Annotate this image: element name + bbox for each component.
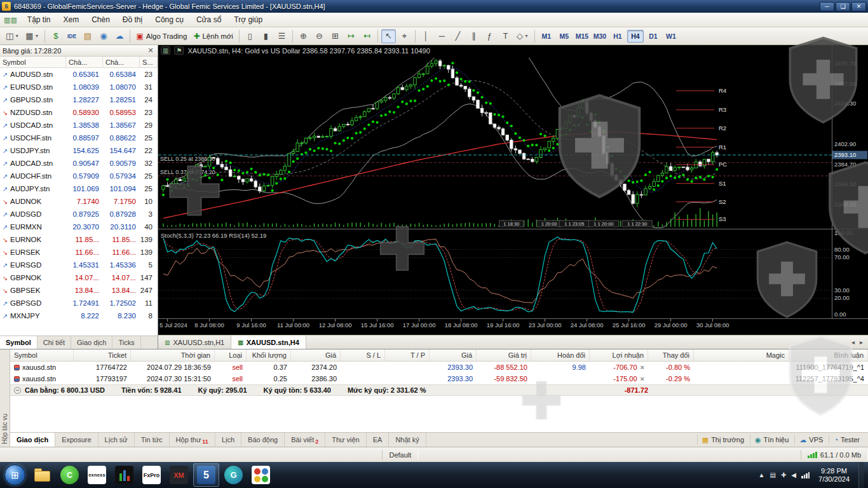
new-chart-icon[interactable]: ▦▼ xyxy=(23,29,41,43)
market-watch-row[interactable]: ↗GBPUSD.stn1.282271.2825124 xyxy=(0,93,158,106)
positions-column-15[interactable]: Bình luận xyxy=(789,349,868,361)
position-row[interactable]: xauusd.stn177647222024.07.29 18:36:59sel… xyxy=(10,362,868,373)
positions-column-10[interactable]: Giá trị xyxy=(477,349,531,361)
deposit-icon[interactable]: $ xyxy=(48,29,63,43)
positions-column-7[interactable]: S / L xyxy=(341,349,385,361)
show-desktop-button[interactable] xyxy=(858,462,864,488)
positions-column-2[interactable]: Ticket xyxy=(74,349,131,361)
positions-column-4[interactable]: Loại xyxy=(215,349,247,361)
chart-type-icon[interactable]: ◫▼ xyxy=(3,29,22,43)
toolbox-tab-tin-t-c[interactable]: Tin tức xyxy=(135,433,170,447)
chart-tab-xauusd-stn-h1[interactable]: ▥XAUUSD.stn,H1 xyxy=(158,336,231,349)
positions-column-12[interactable]: Lợi nhuận xyxy=(590,349,648,361)
positions-column-3[interactable]: Thời gian xyxy=(131,349,215,361)
collapse-icon[interactable]: − xyxy=(14,387,21,394)
market-watch-row[interactable]: ↗AUDJPY.stn101.069101.09425 xyxy=(0,182,158,195)
minimize-button[interactable]: ─ xyxy=(820,2,834,11)
taskbar-clock[interactable]: 9:28 PM 7/30/2024 xyxy=(815,467,853,484)
tray-hidden-icons[interactable]: ▲ xyxy=(759,471,765,478)
toolbox-tab-l-ch[interactable]: Lịch xyxy=(215,433,241,447)
toolbox-tab-ea[interactable]: EA xyxy=(367,433,390,447)
positions-column-1[interactable]: Symbol xyxy=(10,349,74,361)
positions-column-5[interactable]: Khối lượng xyxy=(247,349,291,361)
positions-column-8[interactable]: T / P xyxy=(385,349,430,361)
positions-column-9[interactable]: Giá xyxy=(430,349,477,361)
fibonacci-icon[interactable]: ƒ xyxy=(482,29,497,43)
menu-item-1[interactable]: Tập tin xyxy=(21,13,57,26)
toolbox-tab-th-vi-n[interactable]: Thư viện xyxy=(325,433,366,447)
timeframe-m30-button[interactable]: M30 xyxy=(592,30,608,43)
close-button[interactable]: ✕ xyxy=(851,2,866,11)
taskbar-mt5-button[interactable]: 5 xyxy=(193,463,219,487)
channel-icon[interactable]: ∥ xyxy=(466,29,481,43)
toolbox-button-t-n-hi-u[interactable]: ◉Tín hiệu xyxy=(750,435,793,445)
chart-tab-xauusd-stn-h4[interactable]: ▥XAUUSD.stn,H4 xyxy=(231,336,306,349)
market-watch-row[interactable]: ↗EURSGD1.453311.453365 xyxy=(0,259,158,271)
toolbox-tab-exposure[interactable]: Exposure xyxy=(55,433,98,447)
market-watch-row[interactable]: ↘AUDNOK7.17407.175010 xyxy=(0,195,158,208)
taskbar-fxpro-button[interactable]: FxPro xyxy=(139,463,165,487)
metaeditor-icon[interactable]: IDE xyxy=(64,29,79,43)
close-position-button[interactable]: × xyxy=(641,375,644,383)
taskbar-icmarkets-button[interactable] xyxy=(111,463,137,487)
network-icon[interactable] xyxy=(801,472,810,478)
positions-column-14[interactable]: Magic xyxy=(694,349,789,361)
positions-column-13[interactable]: Thay đổi xyxy=(648,349,694,361)
signals-service-icon[interactable]: ◉ xyxy=(96,29,111,43)
taskbar-xm-button[interactable]: XM xyxy=(166,463,192,487)
menu-item-2[interactable]: Xem xyxy=(57,13,85,26)
taskbar-coccoc-button[interactable]: C xyxy=(57,463,83,487)
zoom-in-icon[interactable]: ⊕ xyxy=(296,29,311,43)
close-position-button[interactable]: × xyxy=(641,363,644,371)
market-watch-row[interactable]: ↗USDCAD.stn1.385381.3856729 xyxy=(0,119,158,132)
tile-windows-icon[interactable]: ⊞ xyxy=(328,29,342,43)
market-watch-tab-chi-tiết[interactable]: Chi tiết xyxy=(37,336,71,349)
start-button[interactable]: ⊞ xyxy=(4,464,25,485)
toolbox-button-th-tr-ng[interactable]: ▦Thị trường xyxy=(697,435,749,445)
positions-column-6[interactable]: Giá xyxy=(291,349,341,361)
vertical-line-icon[interactable]: │ xyxy=(419,29,433,43)
tray-app-icon[interactable]: ▤ xyxy=(770,471,776,478)
menu-item-7[interactable]: Trợ giúp xyxy=(227,13,269,26)
market-watch-column-2[interactable]: Chà... xyxy=(103,57,140,67)
mobile-trading-icon[interactable]: ▮ xyxy=(259,29,273,43)
text-label-icon[interactable]: T xyxy=(498,29,513,43)
tray-volume-icon[interactable]: ◀ xyxy=(791,471,796,478)
scroll-left-icon[interactable]: ◂ xyxy=(850,339,857,346)
market-watch-row[interactable]: ↗GBPSGD1.724911.7250211 xyxy=(0,297,158,309)
timeframe-m1-button[interactable]: M1 xyxy=(538,30,555,43)
market-watch-row[interactable]: ↘EURNOK11.85...11.85...139 xyxy=(0,233,158,246)
menu-item-6[interactable]: Cửa sổ xyxy=(190,13,227,26)
toolbox-tab-b-i-vi-t[interactable]: Bài viết2 xyxy=(285,433,325,447)
market-watch-row[interactable]: ↘NZDUSD.stn0.589300.5895323 xyxy=(0,106,158,119)
vps-cloud-icon[interactable]: ☁ xyxy=(112,29,126,43)
market-watch-row[interactable]: ↗AUDUSD.stn0.653610.6538423 xyxy=(0,68,158,81)
toolbox-tab-h-p-th-[interactable]: Hộp thư11 xyxy=(170,433,215,447)
market-watch-tab-giao-dịch[interactable]: Giao dịch xyxy=(71,336,112,349)
algo-trading-button[interactable]: ▣Algo Trading xyxy=(133,29,189,43)
market-watch-row[interactable]: ↗AUDCHF.stn0.579090.5793425 xyxy=(0,170,158,182)
market-watch-row[interactable]: ↘EURSEK11.66...11.66...139 xyxy=(0,246,158,259)
toolbox-side-rail[interactable]: Hộp tác vụ xyxy=(0,349,10,447)
horizontal-line-icon[interactable]: ─ xyxy=(435,29,449,43)
market-icon[interactable]: ▤ xyxy=(80,29,95,43)
timeframe-d1-button[interactable]: D1 xyxy=(645,30,661,43)
depth-of-market-icon[interactable]: ☰ xyxy=(275,29,289,43)
market-watch-tab-symbol[interactable]: Symbol xyxy=(0,336,37,349)
profile-selector[interactable]: Default xyxy=(382,450,418,460)
menu-item-3[interactable]: Chèn xyxy=(85,13,116,26)
crosshair-icon[interactable]: ⌖ xyxy=(397,29,412,43)
maximize-button[interactable]: ❑ xyxy=(836,2,850,11)
new-order-button[interactable]: ✚Lệnh mới xyxy=(191,29,236,43)
market-watch-column-1[interactable]: Chà... xyxy=(66,57,103,67)
market-watch-row[interactable]: ↗EURUSD.stn1.080391.0807031 xyxy=(0,81,158,93)
toolbox-tab-giao-d-ch[interactable]: Giao dịch xyxy=(10,433,55,447)
market-watch-row[interactable]: ↗USDJPY.stn154.625154.64722 xyxy=(0,144,158,157)
taskbar-exness-button[interactable]: exness xyxy=(84,463,110,487)
trendline-icon[interactable]: ╱ xyxy=(451,29,465,43)
market-watch-row[interactable]: ↗AUDCAD.stn0.905470.9057932 xyxy=(0,157,158,170)
timeframe-h4-button[interactable]: H4 xyxy=(627,30,644,43)
taskbar-explorer-button[interactable] xyxy=(29,463,55,487)
price-chart[interactable]: R4R3R2R1PCS1S2S31 18:301 20:001 1 23:051… xyxy=(158,45,868,335)
market-watch-column-0[interactable]: Symbol xyxy=(0,57,66,67)
